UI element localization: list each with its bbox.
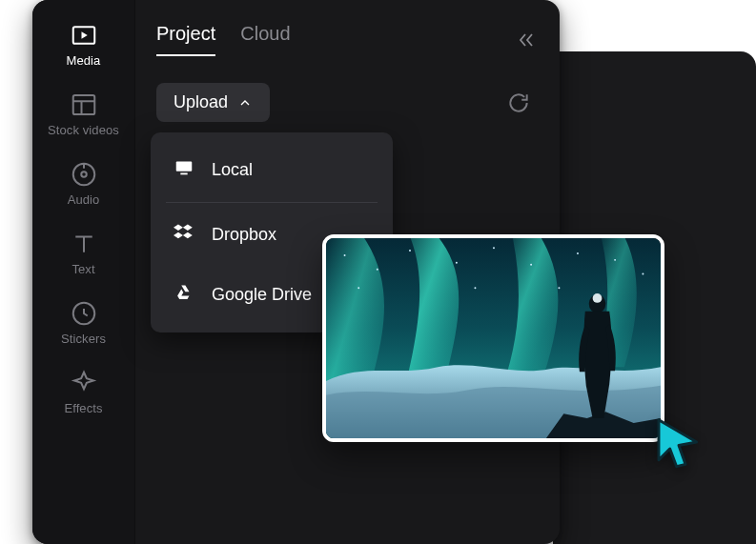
svg-point-15 (614, 259, 616, 261)
upload-button[interactable]: Upload (156, 83, 270, 122)
text-icon (70, 230, 98, 258)
tab-cloud[interactable]: Cloud (240, 23, 290, 56)
svg-point-11 (456, 262, 458, 264)
sidebar-item-text[interactable]: Text (32, 230, 134, 276)
google-drive-icon (174, 282, 194, 308)
svg-rect-5 (176, 162, 193, 171)
sidebar-item-effects[interactable]: Effects (32, 369, 134, 415)
sidebar-item-audio[interactable]: Audio (32, 160, 134, 207)
clock-icon (70, 299, 98, 328)
left-sidebar: Media Stock videos Audio Text (32, 0, 135, 544)
chevron-up-icon (237, 95, 253, 111)
tabs-row: Project Cloud (156, 23, 537, 56)
svg-point-8 (344, 254, 346, 256)
sidebar-item-stickers[interactable]: Stickers (32, 299, 134, 346)
svg-point-3 (81, 171, 87, 177)
upload-option-local[interactable]: Local (151, 140, 393, 200)
cursor-icon (652, 415, 705, 469)
svg-point-12 (493, 247, 495, 249)
disc-icon (70, 160, 98, 189)
dropbox-icon (174, 222, 194, 248)
sidebar-item-media[interactable]: Media (32, 21, 134, 68)
upload-option-label: Local (212, 160, 253, 180)
svg-point-13 (530, 264, 532, 266)
svg-point-10 (409, 250, 411, 252)
sidebar-item-label: Audio (68, 192, 100, 207)
svg-point-21 (593, 293, 603, 303)
sidebar-item-label: Effects (64, 401, 102, 415)
upload-option-label: Dropbox (212, 225, 276, 245)
sparkle-icon (70, 369, 98, 397)
svg-point-14 (577, 252, 579, 254)
upload-button-label: Upload (174, 92, 228, 112)
svg-rect-1 (72, 95, 94, 114)
desktop-icon (174, 157, 194, 183)
refresh-button[interactable] (506, 91, 531, 115)
sidebar-item-label: Stock videos (48, 123, 119, 137)
upload-option-label: Google Drive (212, 285, 312, 305)
svg-point-17 (358, 287, 359, 289)
upload-row: Upload (156, 83, 537, 122)
collapse-panel-button[interactable] (514, 29, 537, 51)
dropdown-divider (166, 202, 378, 203)
tab-project[interactable]: Project (156, 23, 215, 56)
sidebar-item-label: Text (72, 262, 94, 276)
svg-rect-6 (180, 173, 187, 175)
svg-point-9 (377, 269, 378, 271)
dragged-media-thumbnail[interactable] (322, 234, 664, 442)
tabs: Project Cloud (156, 23, 291, 56)
svg-point-19 (558, 287, 560, 289)
sidebar-item-label: Media (67, 53, 101, 68)
svg-point-18 (474, 287, 476, 289)
svg-point-16 (642, 273, 644, 275)
sidebar-item-label: Stickers (61, 332, 106, 346)
play-box-icon (70, 21, 98, 50)
sidebar-item-stock-videos[interactable]: Stock videos (32, 91, 134, 137)
layout-icon (70, 91, 98, 119)
